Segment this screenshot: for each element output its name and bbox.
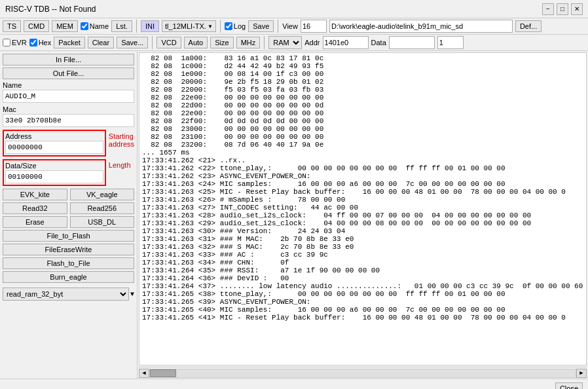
address-field-group: Address Data/Size: [3, 130, 106, 189]
data-size-field-label: Data/Size: [5, 162, 103, 170]
addr-input[interactable]: [323, 36, 369, 49]
vk-eagle-button[interactable]: VK_eagle: [70, 189, 135, 200]
usb-dl-button[interactable]: USB_DL: [70, 216, 135, 228]
horizontal-scrollbar[interactable]: ◀ ▶: [139, 367, 587, 379]
mac-field-group: Mac: [3, 105, 134, 130]
cmd-button[interactable]: CMD: [24, 20, 49, 32]
bottom-bar: Close: [0, 379, 588, 389]
name-label: Name: [90, 22, 109, 30]
data-num-input[interactable]: [437, 36, 464, 49]
scroll-right-button[interactable]: ▶: [576, 369, 587, 378]
hex-checkbox[interactable]: [29, 39, 37, 46]
main-layout: In File... Out File... Name Mac Address …: [0, 51, 588, 379]
size-button[interactable]: Size: [210, 37, 233, 48]
ts-button[interactable]: TS: [3, 20, 21, 32]
address-box: Address: [3, 130, 106, 157]
in-file-button[interactable]: In File...: [3, 54, 134, 65]
starting-address-annotation: Starting address: [109, 132, 134, 148]
lst-button[interactable]: Lst.: [111, 20, 132, 32]
scroll-thumb[interactable]: [150, 369, 176, 377]
maximize-button[interactable]: □: [557, 3, 568, 15]
length-annotation: Length: [109, 161, 134, 169]
evr-checkbox[interactable]: [3, 39, 10, 46]
content-area: 82 08 1a000: 83 16 a1 0c 83 17 81 0c 82 …: [138, 51, 588, 379]
name-checkbox[interactable]: [81, 22, 88, 30]
evk-kite-button[interactable]: EVK_kite: [3, 189, 67, 200]
minimize-button[interactable]: −: [542, 3, 554, 15]
file-erase-write-button[interactable]: FileEraseWrite: [3, 244, 134, 255]
mac-field-label: Mac: [3, 105, 134, 113]
toolbar-separator-2: [220, 20, 221, 33]
toolbar-separator-4: [152, 36, 153, 49]
log-label: Log: [234, 22, 246, 30]
packet-button[interactable]: Packet: [54, 37, 85, 48]
erase-button[interactable]: Erase: [3, 216, 67, 228]
auto-button[interactable]: Auto: [184, 37, 208, 48]
erase-usb-pair: Erase USB_DL: [3, 216, 134, 228]
name-field-input[interactable]: [3, 90, 134, 103]
annotations: Starting address Length: [109, 130, 134, 169]
name-field-group: Name: [3, 81, 134, 105]
mem-button[interactable]: MEM: [52, 20, 78, 32]
address-field-label: Address: [5, 132, 103, 140]
file-to-flash-button[interactable]: File_to_Flash: [3, 230, 134, 242]
view-label: View: [282, 22, 298, 30]
addr-label: Addr: [304, 39, 320, 46]
clear-button[interactable]: Clear: [88, 37, 114, 48]
address-section: Address Data/Size Starting address Lengt…: [3, 130, 134, 189]
view-input[interactable]: [301, 20, 327, 33]
dropdown-row: read_ram_32_byt ▼: [3, 287, 134, 301]
mhz-button[interactable]: MHz: [236, 37, 261, 48]
close-button[interactable]: Close: [555, 382, 583, 390]
hex-checkbox-label[interactable]: Hex: [29, 39, 52, 46]
def-button[interactable]: Def...: [515, 20, 542, 32]
toolbar-row-1: TS CMD MEM Name Lst. INI tl_12MLI-TX. ▼ …: [0, 18, 588, 35]
evk-button-pair: EVK_kite VK_eagle: [3, 189, 134, 200]
tl-dropdown-label: tl_12MLI-TX.: [165, 22, 206, 30]
burn-eagle-button[interactable]: Burn_eagle: [3, 271, 134, 283]
hex-label: Hex: [39, 39, 52, 46]
data-label: Data: [371, 39, 386, 46]
title-bar: RISC-V TDB -- Not Found − □ ✕: [0, 0, 588, 18]
content-scroll[interactable]: 82 08 1a000: 83 16 a1 0c 83 17 81 0c 82 …: [139, 52, 587, 365]
toolbar-row-2: EVR Hex Packet Clear Save... VCD Auto Si…: [0, 35, 588, 51]
path-input[interactable]: [329, 20, 513, 33]
read32-button[interactable]: Read32: [3, 202, 67, 214]
flash-to-file-button[interactable]: Flash_to_File: [3, 257, 134, 269]
log-checkbox-label[interactable]: Log: [225, 22, 246, 30]
left-panel: In File... Out File... Name Mac Address …: [0, 51, 138, 379]
data-size-field-input[interactable]: [5, 170, 103, 183]
toolbar-separator-3: [278, 20, 278, 33]
data-size-box: Data/Size: [3, 159, 106, 186]
read256-button[interactable]: Read256: [70, 202, 135, 214]
log-checkbox[interactable]: [225, 22, 232, 30]
evr-checkbox-label[interactable]: EVR: [3, 39, 27, 46]
name-field-label: Name: [3, 81, 134, 89]
ram-select[interactable]: RAM: [268, 36, 302, 49]
close-window-button[interactable]: ✕: [571, 3, 583, 15]
dropdown-arrow-icon: ▼: [130, 291, 134, 298]
window-controls: − □ ✕: [542, 3, 583, 15]
mac-field-input[interactable]: [3, 114, 134, 127]
read-button-pair: Read32 Read256: [3, 202, 134, 214]
save-down-button[interactable]: Save...: [117, 37, 148, 48]
vcd-button[interactable]: VCD: [156, 37, 181, 48]
tl-dropdown-arrow-icon: ▼: [208, 24, 213, 29]
scroll-track[interactable]: [149, 369, 576, 378]
evr-label: EVR: [12, 39, 27, 46]
scroll-left-button[interactable]: ◀: [139, 369, 149, 378]
data-input[interactable]: [389, 36, 435, 49]
out-file-button[interactable]: Out File...: [3, 67, 134, 79]
window-title: RISC-V TDB -- Not Found: [5, 5, 96, 14]
name-checkbox-label[interactable]: Name: [81, 22, 109, 30]
tl-dropdown[interactable]: tl_12MLI-TX. ▼: [162, 20, 216, 32]
save-button[interactable]: Save: [248, 20, 274, 32]
toolbar-separator-1: [136, 20, 137, 33]
toolbar-separator-5: [264, 36, 265, 49]
ini-button[interactable]: INI: [141, 20, 159, 32]
address-field-input[interactable]: [5, 141, 103, 154]
read-ram-select[interactable]: read_ram_32_byt: [3, 287, 129, 301]
